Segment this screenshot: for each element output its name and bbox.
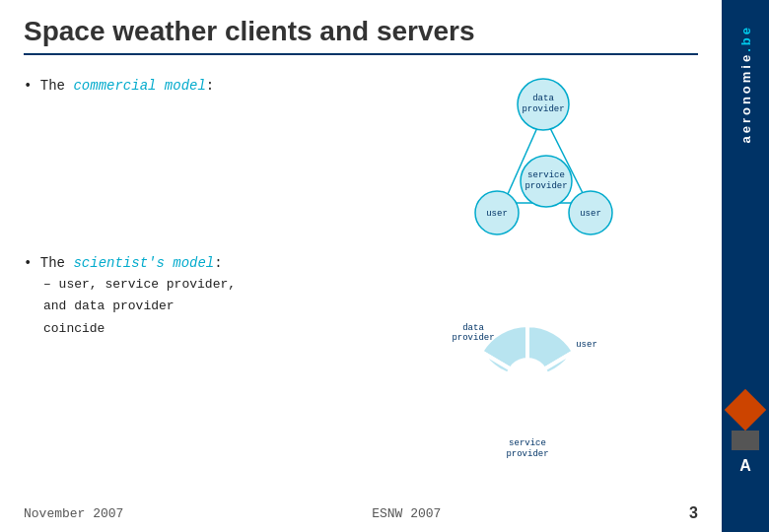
svg-text:provider: provider: [522, 104, 564, 114]
footer-center: ESNW 2007: [372, 506, 441, 521]
brand-name: aeronomie.be: [738, 25, 753, 144]
svg-text:provider: provider: [524, 181, 567, 191]
scientist-diagram-container: data provider user service provider: [424, 296, 631, 458]
bullet-dot: •: [24, 78, 40, 94]
commercial-text: • The commercial model:: [24, 75, 388, 242]
svg-text:user: user: [576, 340, 597, 350]
scientist-bullet: • The scientist's model:: [24, 252, 388, 274]
svg-text:service: service: [527, 170, 565, 180]
the-label: The: [40, 78, 65, 94]
commercial-bullet: • The commercial model:: [24, 75, 388, 97]
rect-icon: [732, 431, 759, 450]
commercial-model-label: commercial model: [73, 78, 205, 94]
scientist-text: • The scientist's model: – user, service…: [24, 252, 388, 340]
svg-text:service: service: [509, 438, 546, 448]
sub-bullet-1: – user, service provider,: [43, 274, 388, 296]
svg-text:user: user: [580, 209, 601, 219]
page-number: 3: [689, 504, 698, 522]
sub-bullet-2: and data provider: [43, 296, 388, 317]
commercial-diagram-svg: data provider service provider user user: [435, 75, 652, 242]
svg-text:data: data: [462, 323, 484, 333]
svg-text:data: data: [532, 94, 554, 103]
sidebar-icons: A: [724, 395, 767, 478]
footer: November 2007 ESNW 2007 3: [0, 504, 722, 522]
a-icon: A: [732, 454, 759, 478]
svg-point-18: [506, 358, 549, 401]
svg-text:provider: provider: [506, 449, 548, 458]
commercial-section: • The commercial model: data provider: [24, 75, 698, 242]
commercial-diagram: data provider service provider user user: [388, 75, 698, 242]
sub-bullet-3: coincide: [43, 318, 388, 340]
svg-text:user: user: [486, 209, 508, 219]
scientist-model-label: scientist's model: [73, 255, 214, 271]
the-label2: The: [40, 255, 65, 271]
page-title: Space weather clients and servers: [24, 16, 698, 47]
diamond-icon: [725, 389, 766, 431]
footer-date: November 2007: [24, 506, 123, 521]
svg-text:provider: provider: [452, 333, 494, 343]
title-divider: [24, 53, 698, 55]
colon1: :: [206, 78, 214, 94]
bullet-dot2: •: [24, 255, 40, 271]
colon2: :: [214, 255, 222, 271]
